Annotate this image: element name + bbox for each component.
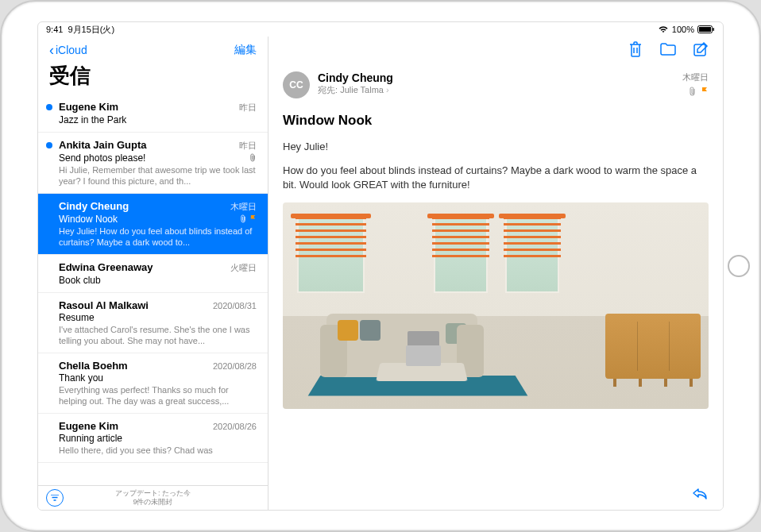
inbox-title: 受信 [49, 62, 257, 90]
detail-toolbar [268, 37, 723, 65]
detail-subject: Window Nook [283, 113, 709, 129]
recipient-name: Julie Talma [340, 85, 384, 94]
msg-preview: Hey Julie! How do you feel about blinds … [59, 226, 257, 248]
msg-subject: Resume [59, 312, 95, 323]
msg-subject: Send photos please! [59, 152, 145, 164]
msg-date: 火曜日 [230, 262, 257, 274]
detail-greeting: Hey Julie! [283, 140, 709, 154]
msg-date: 2020/08/26 [213, 422, 257, 431]
message-item[interactable]: Edwina Greenaway火曜日Book club [38, 255, 268, 293]
battery-icon [697, 25, 715, 33]
msg-sender: Eugene Kim [59, 101, 118, 113]
msg-sender: Ankita Jain Gupta [59, 139, 147, 151]
flag-icon [249, 214, 257, 225]
attachment-icon [689, 87, 697, 98]
msg-date: 2020/08/31 [213, 301, 257, 310]
msg-subject: Thank you [59, 372, 103, 384]
msg-subject: Window Nook [59, 214, 118, 225]
back-button[interactable]: ‹ iCloud [49, 42, 87, 59]
detail-sender[interactable]: Cindy Cheung [318, 71, 674, 84]
trash-icon[interactable] [628, 40, 643, 61]
svg-rect-1 [699, 27, 711, 32]
unread-count: 9件の未開封 [115, 498, 191, 507]
unread-dot-icon [46, 142, 52, 148]
message-item[interactable]: Chella Boehm2020/08/28Thank youEverythin… [38, 353, 268, 414]
message-detail-pane: CC Cindy Cheung 宛先: Julie Talma › 木曜日 [268, 37, 723, 510]
message-list[interactable]: Eugene Kim昨日Jazz in the ParkAnkita Jain … [38, 94, 268, 485]
message-item[interactable]: Ankita Jain Gupta昨日Send photos please!Hi… [38, 133, 268, 194]
detail-text: Hey Julie! How do you feel about blinds … [283, 140, 709, 193]
detail-recipient[interactable]: 宛先: Julie Talma › [318, 84, 674, 96]
chevron-left-icon: ‹ [49, 42, 54, 59]
battery-percent: 100% [672, 25, 694, 34]
status-date: 9月15日(火) [68, 24, 114, 36]
message-item[interactable]: Rasoul Al Malkawi2020/08/31ResumeI've at… [38, 293, 268, 353]
sidebar-footer: アップデート: たった今 9件の未開封 [38, 485, 268, 510]
msg-sender: Eugene Kim [59, 420, 118, 432]
msg-subject: Jazz in the Park [59, 114, 126, 125]
message-item[interactable]: Eugene Kim昨日Jazz in the Park [38, 94, 268, 133]
filter-button[interactable] [46, 489, 64, 507]
status-time: 9:41 [46, 25, 63, 34]
msg-subject: Running article [59, 433, 122, 444]
msg-preview: I've attached Carol's resume. She's the … [59, 324, 257, 346]
msg-date: 昨日 [239, 140, 257, 152]
avatar[interactable]: CC [283, 71, 310, 98]
attachment-icon [249, 153, 257, 164]
folder-icon[interactable] [659, 42, 677, 60]
msg-sender: Chella Boehm [59, 360, 128, 372]
screen: 9:41 9月15日(火) 100% ‹ iClou [37, 21, 724, 511]
mail-app: ‹ iCloud 編集 受信 Eugene Kim昨日Jazz in the P… [38, 37, 723, 510]
attached-image[interactable] [283, 202, 709, 409]
recipient-label: 宛先: [318, 85, 338, 94]
msg-date: 木曜日 [230, 201, 257, 213]
update-status: アップデート: たった今 [115, 489, 191, 498]
msg-sender: Cindy Cheung [59, 200, 129, 212]
message-list-pane: ‹ iCloud 編集 受信 Eugene Kim昨日Jazz in the P… [38, 37, 268, 510]
reply-icon[interactable] [691, 486, 709, 503]
ipad-frame: 9:41 9月15日(火) 100% ‹ iClou [0, 0, 761, 532]
msg-preview: Hi Julie, Remember that awesome trip we … [59, 164, 257, 187]
msg-preview: Everything was perfect! Thanks so much f… [59, 384, 257, 407]
attachment-icon [240, 214, 247, 225]
chevron-right-icon: › [386, 85, 389, 94]
detail-body: CC Cindy Cheung 宛先: Julie Talma › 木曜日 [268, 65, 723, 510]
detail-header: CC Cindy Cheung 宛先: Julie Talma › 木曜日 [283, 71, 709, 98]
svg-rect-2 [713, 28, 715, 31]
edit-button[interactable]: 編集 [234, 43, 257, 57]
message-item[interactable]: Cindy Cheung木曜日Window NookHey Julie! How… [38, 194, 268, 255]
message-item[interactable]: Eugene Kim2020/08/26Running articleHello… [38, 414, 268, 463]
flag-icon [701, 87, 709, 98]
status-bar: 9:41 9月15日(火) 100% [38, 22, 723, 37]
msg-subject: Book club [59, 275, 101, 286]
back-label: iCloud [56, 44, 87, 56]
compose-icon[interactable] [693, 41, 709, 60]
wifi-icon [658, 25, 669, 33]
unread-dot-icon [46, 104, 52, 110]
msg-sender: Edwina Greenaway [59, 261, 153, 273]
msg-date: 2020/08/28 [213, 361, 257, 371]
msg-date: 昨日 [239, 102, 257, 114]
detail-paragraph: How do you feel about blinds instead of … [283, 164, 709, 192]
msg-preview: Hello there, did you see this? Chad was [59, 445, 257, 456]
home-button[interactable] [728, 255, 750, 277]
footer-status: アップデート: たった今 9件の未開封 [115, 489, 191, 507]
msg-sender: Rasoul Al Malkawi [59, 299, 149, 311]
detail-date: 木曜日 [682, 71, 709, 83]
